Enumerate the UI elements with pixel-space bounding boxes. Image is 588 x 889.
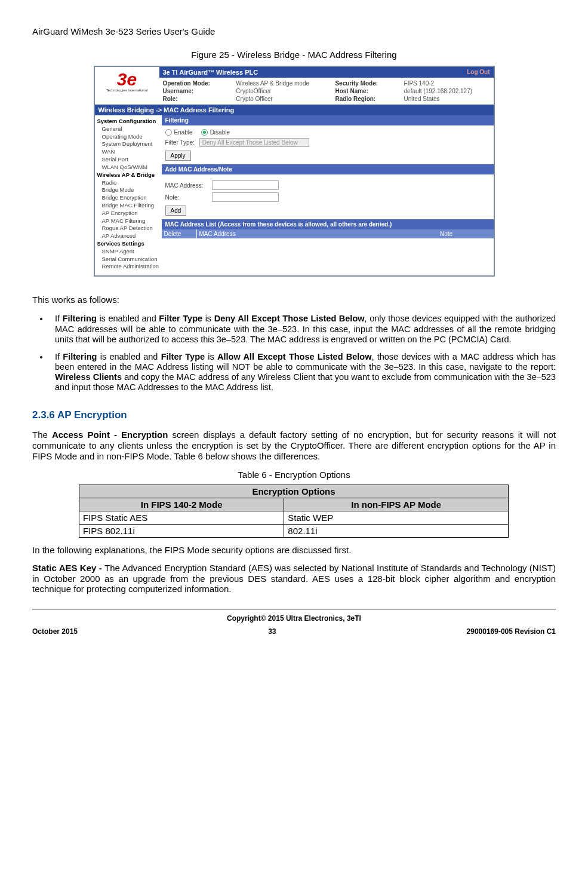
sidebar-item[interactable]: AP Encryption <box>97 210 162 217</box>
sidebar-item[interactable]: Serial Communication <box>97 256 162 263</box>
op-mode-label: Operation Mode: <box>163 80 228 87</box>
table-title: Encryption Options <box>79 485 509 498</box>
footer-date: October 2015 <box>32 627 78 636</box>
role-value: Crypto Officer <box>236 96 327 102</box>
region-value: United States <box>404 96 490 102</box>
sidebar-group: System Configuration <box>97 118 162 125</box>
sec-mode-label: Security Mode: <box>335 80 395 87</box>
para-static-aes: Static AES Key - The Advanced Encryption… <box>32 563 556 594</box>
bullet-item: If Filtering is enabled and Filter Type … <box>49 314 556 344</box>
section-heading: 2.3.6 AP Encryption <box>32 409 556 421</box>
note-label: Note: <box>165 194 207 201</box>
add-section-title: Add MAC Address/Note <box>162 164 494 174</box>
breadcrumb: Wireless Bridging -> MAC Address Filteri… <box>95 105 494 115</box>
page-number: 33 <box>268 627 276 636</box>
table-header: In non-FIPS AP Mode <box>284 498 509 511</box>
table-header: In FIPS 140-2 Mode <box>79 498 284 511</box>
list-section-title: MAC Address List (Access from these devi… <box>162 219 494 229</box>
role-label: Role: <box>163 96 228 102</box>
table-cell: 802.11i <box>284 525 509 538</box>
enable-radio[interactable] <box>165 129 172 136</box>
bullet-item: If Filtering is enabled and Filter Type … <box>49 352 556 393</box>
sidebar-item[interactable]: WAN <box>97 148 162 156</box>
user-label: Username: <box>163 88 228 94</box>
sidebar-item[interactable]: Serial Port <box>97 156 162 164</box>
intro-text: This works as follows: <box>32 295 556 305</box>
user-value: CryptoOfficer <box>236 88 327 94</box>
logo-text: 3e <box>98 70 156 88</box>
sidebar-group: Services Settings <box>97 240 162 248</box>
sidebar: System Configuration General Operating M… <box>95 115 162 275</box>
footer-rule <box>32 609 556 609</box>
logout-link[interactable]: Log Out <box>467 69 490 76</box>
host-label: Host Name: <box>335 88 395 94</box>
encryption-table: Encryption Options In FIPS 140-2 Mode In… <box>79 485 509 538</box>
doc-header: AirGuard WiMesh 3e-523 Series User's Gui… <box>32 26 556 36</box>
sidebar-item[interactable]: SNMP Agent <box>97 248 162 256</box>
sidebar-item[interactable]: Bridge Encryption <box>97 194 162 202</box>
table-cell: FIPS 802.11i <box>79 525 284 538</box>
sec-mode-value: FIPS 140-2 <box>404 80 490 87</box>
table-cell: Static WEP <box>284 511 509 525</box>
op-mode-value: Wireless AP & Bridge mode <box>236 80 327 87</box>
apply-button[interactable]: Apply <box>165 151 191 161</box>
sidebar-item[interactable]: Operating Mode <box>97 133 162 141</box>
sidebar-item[interactable]: WLAN QoS/WMM <box>97 164 162 171</box>
table-caption: Table 6 - Encryption Options <box>32 470 556 480</box>
sidebar-item[interactable]: Rogue AP Detection <box>97 225 162 232</box>
logo: 3e Technologies International <box>95 67 159 105</box>
note-input[interactable] <box>212 192 279 202</box>
enable-label: Enable <box>174 129 193 136</box>
add-button[interactable]: Add <box>165 206 187 216</box>
filtering-section-title: Filtering <box>162 115 494 125</box>
sidebar-item[interactable]: AP Advanced <box>97 232 162 240</box>
sidebar-item[interactable]: Remote Administration <box>97 263 162 271</box>
host-value: default (192.168.202.127) <box>404 88 490 94</box>
sidebar-item[interactable]: Bridge MAC Filtering <box>97 202 162 210</box>
mac-input[interactable] <box>212 180 279 190</box>
list-col-delete: Delete <box>162 229 197 238</box>
product-title: 3e TI AirGuard™ Wireless PLC <box>163 69 258 76</box>
sidebar-item[interactable]: Radio <box>97 179 162 187</box>
mac-label: MAC Address: <box>165 182 207 189</box>
filter-type-label: Filter Type: <box>165 139 195 146</box>
embedded-screenshot: 3e Technologies International 3e TI AirG… <box>94 66 495 277</box>
sidebar-item[interactable]: System Deployment <box>97 140 162 148</box>
copyright: Copyright© 2015 Ultra Electronics, 3eTI <box>32 614 556 623</box>
sidebar-item[interactable]: General <box>97 125 162 133</box>
filter-type-select[interactable]: Deny All Except Those Listed Below <box>199 138 309 147</box>
region-label: Radio Region: <box>335 96 395 102</box>
para-encryption: The Access Point - Encryption screen dis… <box>32 430 556 461</box>
disable-radio[interactable] <box>201 129 208 136</box>
sidebar-item[interactable]: Bridge Mode <box>97 186 162 194</box>
table-cell: FIPS Static AES <box>79 511 284 525</box>
para-fips-first: In the following explanations, the FIPS … <box>32 545 556 556</box>
list-col-note: Note <box>399 229 494 238</box>
doc-revision: 29000169-005 Revision C1 <box>467 627 556 636</box>
list-col-mac: MAC Address <box>197 229 399 238</box>
sidebar-group: Wireless AP & Bridge <box>97 171 162 179</box>
logo-tagline: Technologies International <box>98 88 156 92</box>
sidebar-item[interactable]: AP MAC Filtering <box>97 217 162 225</box>
figure-caption: Figure 25 - Wireless Bridge - MAC Addres… <box>32 50 556 60</box>
disable-label: Disable <box>210 129 230 136</box>
